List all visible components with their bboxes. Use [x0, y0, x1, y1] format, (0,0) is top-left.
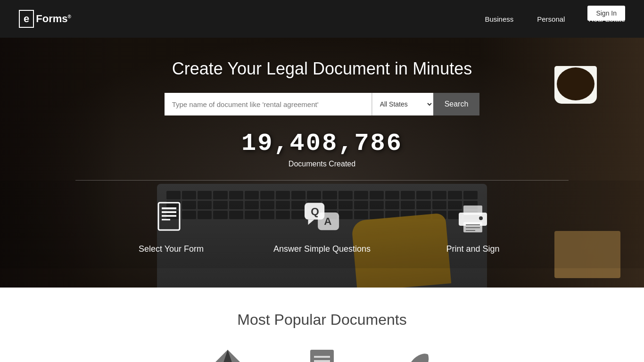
hero-section: Create Your Legal Document in Minutes Al…	[0, 38, 644, 288]
logo-forms: Forms®	[36, 13, 71, 25]
step-select-form: Select Your Form	[96, 195, 247, 259]
nav-business[interactable]: Business	[485, 15, 513, 23]
nav-personal[interactable]: Personal	[537, 15, 565, 23]
counter-label: Documents Created	[0, 160, 644, 168]
popular-item-2[interactable]	[294, 347, 350, 362]
steps-section: Select Your Form Q A Answer Simple Quest…	[0, 181, 644, 268]
step-1-label: Select Your Form	[139, 244, 204, 254]
qa-icon: Q A	[303, 199, 341, 237]
svg-rect-25	[314, 360, 330, 362]
svg-point-20	[479, 216, 483, 220]
svg-rect-6	[162, 211, 176, 213]
search-bar: All StatesAlabamaAlaskaArizonaArkansasCa…	[0, 93, 644, 115]
step-answer-questions: Q A Answer Simple Questions	[247, 195, 397, 259]
search-input[interactable]	[165, 93, 372, 115]
svg-text:Q: Q	[311, 206, 319, 217]
popular-item-3[interactable]	[388, 347, 445, 362]
printer-icon	[454, 199, 492, 237]
form-icon	[152, 199, 190, 237]
step-2-label: Answer Simple Questions	[273, 244, 371, 254]
popular-item-1[interactable]	[199, 347, 256, 362]
svg-marker-12	[334, 230, 339, 234]
site-header: e Forms® Sign In Business Personal Real …	[0, 0, 644, 38]
popular-section: Most Popular Documents	[0, 288, 644, 362]
documents-counter: 19,408,786	[0, 130, 644, 157]
svg-text:A: A	[324, 215, 331, 227]
svg-rect-5	[162, 207, 176, 209]
step-3-label: Print and Sign	[446, 244, 499, 254]
popular-title: Most Popular Documents	[19, 311, 625, 329]
hero-content: Create Your Legal Document in Minutes Al…	[0, 38, 644, 168]
popular-icons-row	[19, 347, 625, 362]
logo-e: e	[24, 13, 29, 25]
search-button[interactable]: Search	[433, 93, 480, 115]
counter-area: 19,408,786 Documents Created	[0, 130, 644, 168]
state-select[interactable]: All StatesAlabamaAlaskaArizonaArkansasCa…	[372, 93, 433, 115]
svg-rect-7	[162, 215, 176, 217]
svg-rect-15	[463, 206, 482, 215]
step-print-sign: Print and Sign	[397, 195, 548, 259]
hero-title: Create Your Legal Document in Minutes	[0, 59, 644, 79]
svg-rect-24	[314, 356, 330, 358]
svg-marker-9	[308, 220, 314, 225]
sign-in-button[interactable]: Sign In	[587, 6, 625, 21]
logo[interactable]: e Forms®	[19, 10, 71, 28]
